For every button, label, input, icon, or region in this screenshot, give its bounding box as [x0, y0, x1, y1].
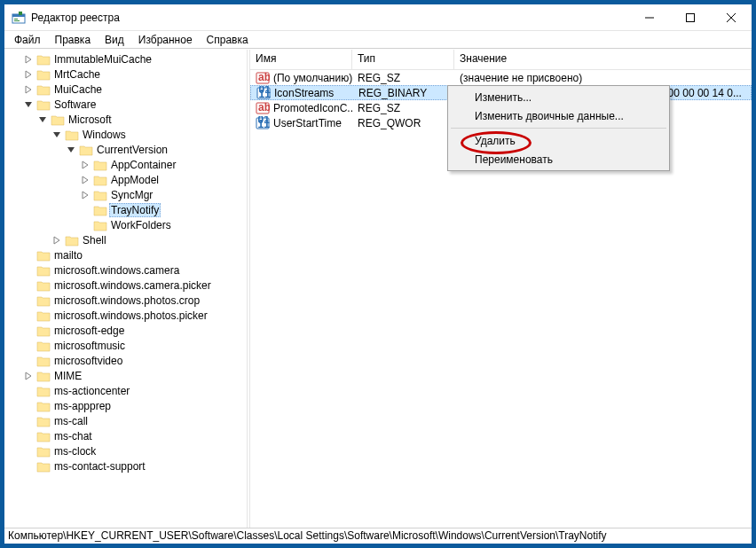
tree-expander[interactable] [79, 159, 91, 171]
tree-item[interactable]: ms-clock [22, 443, 247, 458]
tree-item[interactable]: AppContainer [79, 157, 247, 172]
context-menu-item[interactable]: Удалить [450, 131, 667, 150]
tree-pane[interactable]: ImmutableMuiCacheMrtCacheMuiCacheSoftwar… [4, 50, 247, 528]
tree-item-label: ms-call [52, 415, 90, 427]
column-type[interactable]: Тип [352, 50, 454, 69]
folder-icon [36, 279, 51, 292]
collapse-icon [24, 100, 33, 109]
value-name: UserStartTime [273, 117, 342, 129]
folder-icon [36, 430, 51, 442]
tree-item[interactable]: mailto [22, 247, 247, 262]
tree-item-label: mailto [52, 249, 84, 262]
tree-expander[interactable] [79, 174, 91, 186]
tree-item[interactable]: ms-appprep [22, 398, 247, 413]
binary-value-icon [256, 86, 271, 100]
tree-item[interactable]: TrayNotify [79, 202, 247, 217]
column-value[interactable]: Значение [454, 50, 752, 69]
folder-icon [36, 294, 51, 307]
tree-item[interactable]: microsoft.windows.photos.picker [22, 308, 247, 323]
tree-item-label: Windows [81, 129, 128, 141]
folder-icon [36, 249, 51, 262]
tree-item[interactable]: microsoft.windows.photos.crop [22, 293, 247, 308]
tree-item[interactable]: microsoft-edge [22, 323, 247, 338]
tree-expander[interactable] [79, 189, 91, 201]
menu-view[interactable]: Вид [98, 32, 130, 48]
expand-icon [24, 85, 33, 94]
tree-expander[interactable] [51, 129, 63, 141]
tree-expander[interactable] [65, 144, 77, 156]
tree-item[interactable]: ms-contact-support [22, 458, 247, 474]
tree-item[interactable]: Software [22, 97, 247, 112]
tree-item[interactable]: MIME [22, 368, 247, 383]
expand-icon [81, 176, 90, 184]
context-menu-item[interactable]: Изменить двоичные данные... [450, 106, 667, 125]
tree-item-label: WorkFolders [109, 219, 173, 231]
maximize-button[interactable] [670, 4, 711, 31]
value-row[interactable]: (По умолчанию)REG_SZ(значение не присвое… [250, 70, 752, 85]
tree-expander[interactable] [22, 370, 35, 382]
tree-item[interactable]: WorkFolders [79, 217, 247, 232]
tree-item[interactable]: CurrentVersion [65, 142, 247, 157]
tree-expander[interactable] [51, 234, 63, 247]
tree-item[interactable]: ms-call [22, 413, 247, 428]
menu-edit[interactable]: Правка [49, 32, 98, 48]
tree-item[interactable]: microsoftvideo [22, 353, 247, 368]
folder-icon [93, 204, 107, 216]
tree-item-label: MrtCache [52, 68, 102, 81]
close-button[interactable] [711, 4, 752, 31]
expand-icon [24, 55, 33, 64]
tree-expander[interactable] [36, 114, 49, 126]
tree-item-label: ms-chat [52, 430, 94, 442]
content-area: ImmutableMuiCacheMrtCacheMuiCacheSoftwar… [4, 49, 752, 528]
folder-icon [93, 174, 107, 186]
tree-expander[interactable] [22, 83, 35, 96]
folder-icon [36, 445, 51, 458]
folder-icon [36, 53, 51, 66]
tree-item[interactable]: ms-chat [22, 428, 247, 443]
menu-favorites[interactable]: Избранное [132, 32, 199, 48]
menu-help[interactable]: Справка [201, 32, 255, 48]
maximize-icon [686, 13, 695, 22]
tree-item-label: microsoftvideo [52, 355, 124, 367]
minimize-icon [645, 13, 654, 22]
expand-icon [24, 372, 33, 380]
string-value-icon [256, 101, 270, 115]
minimize-button[interactable] [629, 4, 670, 31]
tree-item[interactable]: MuiCache [22, 82, 247, 97]
tree-item[interactable]: ms-actioncenter [22, 383, 247, 398]
tree-item[interactable]: microsoft.windows.camera.picker [22, 278, 247, 293]
tree-item[interactable]: SyncMgr [79, 187, 247, 202]
values-header: Имя Тип Значение [250, 50, 752, 70]
tree-item[interactable]: microsoftmusic [22, 338, 247, 353]
tree-item[interactable]: ImmutableMuiCache [22, 51, 247, 67]
tree-expander[interactable] [22, 68, 35, 81]
close-icon [727, 13, 736, 22]
tree-item-label: Shell [81, 234, 108, 247]
value-type: REG_SZ [352, 72, 454, 84]
folder-icon [36, 98, 51, 111]
tree-item-label: microsoft.windows.camera.picker [52, 279, 213, 292]
tree-item[interactable]: Windows [51, 127, 247, 142]
tree-item-label: ms-appprep [52, 400, 113, 412]
registry-editor-window: Редактор реестра Файл Правка Вид Избранн… [4, 4, 752, 544]
menu-file[interactable]: Файл [8, 32, 47, 48]
menubar: Файл Правка Вид Избранное Справка [4, 31, 752, 49]
tree-item[interactable]: Microsoft [36, 112, 247, 127]
context-menu-item[interactable]: Переименовать [450, 150, 667, 168]
tree-item-label: Microsoft [67, 114, 114, 126]
tree-item-label: ms-actioncenter [52, 385, 131, 397]
context-menu-item[interactable]: Изменить... [450, 88, 667, 106]
value-type: REG_QWOR [352, 117, 454, 129]
column-name[interactable]: Имя [250, 50, 352, 69]
tree-item[interactable]: microsoft.windows.camera [22, 262, 247, 278]
tree-item[interactable]: MrtCache [22, 67, 247, 82]
tree-item[interactable]: Shell [51, 232, 247, 247]
folder-icon [51, 114, 65, 126]
tree-item[interactable]: AppModel [79, 172, 247, 187]
folder-icon [36, 264, 51, 277]
collapse-icon [67, 145, 75, 154]
tree-expander[interactable] [22, 53, 35, 66]
tree-expander[interactable] [22, 98, 35, 111]
tree-item-label: microsoftmusic [52, 340, 127, 352]
value-name: (По умолчанию) [273, 72, 352, 84]
